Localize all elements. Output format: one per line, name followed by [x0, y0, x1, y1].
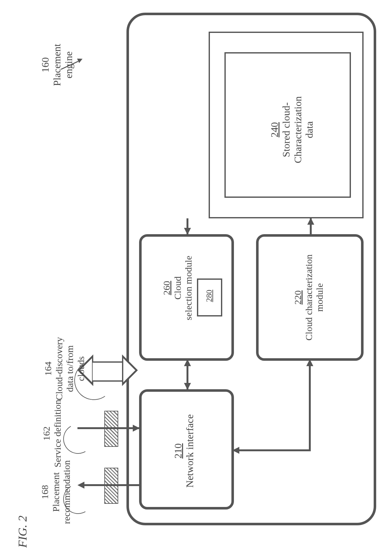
- arrow-line: [234, 449, 310, 451]
- node-240-label: Stored cloud- Characterization data: [280, 85, 315, 174]
- arrowhead-icon: [184, 383, 191, 390]
- node-220-number: 220: [292, 247, 303, 348]
- arrow-line: [84, 484, 139, 486]
- arrowhead-icon: [184, 359, 191, 366]
- flow-168-number: 168: [40, 448, 51, 536]
- node-280-number: 280: [205, 290, 214, 302]
- node-260-number: 260: [161, 247, 172, 329]
- arrowhead-icon: [307, 218, 314, 225]
- arrowhead-icon: [184, 228, 191, 235]
- arrow-line: [309, 361, 311, 451]
- open-arrowhead-icon: [122, 354, 138, 386]
- arrowhead-icon: [232, 447, 239, 454]
- figure-page: FIG. 2 160 Placement engine 240 Stored c…: [0, 0, 392, 550]
- node-260-label: Cloud selection module: [172, 247, 194, 329]
- node-210-number: 210: [172, 407, 184, 495]
- node-210-label: Network interface: [184, 407, 196, 495]
- arrowhead-icon: [77, 57, 83, 63]
- node-160-number: 160: [40, 33, 51, 97]
- figure-label: FIG. 2: [16, 516, 29, 547]
- arrowhead-icon: [133, 425, 140, 432]
- node-220-label: Cloud characterization module: [303, 247, 325, 348]
- arrowhead-icon: [306, 359, 313, 366]
- node-240-number: 240: [269, 85, 280, 174]
